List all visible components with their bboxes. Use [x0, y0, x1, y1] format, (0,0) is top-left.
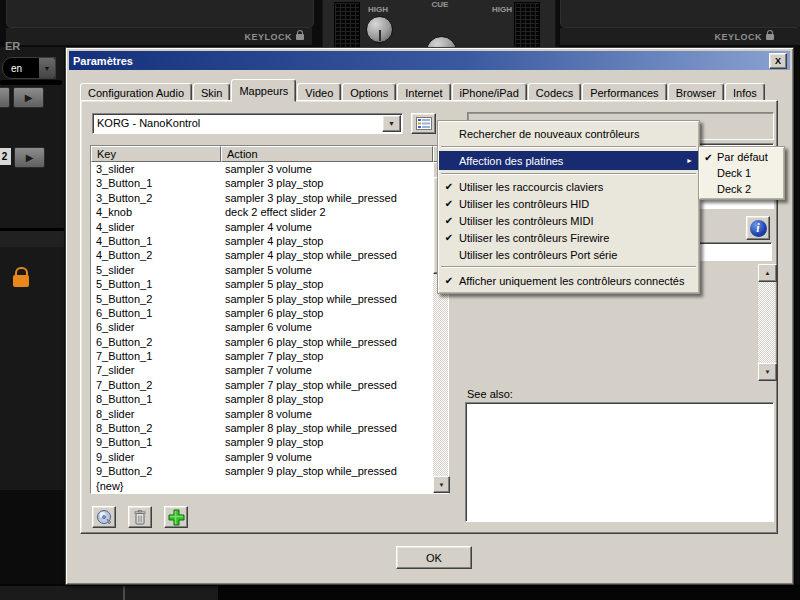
- combo-dropdown-button[interactable]: ▼: [382, 115, 401, 132]
- delete-mapping-button[interactable]: [128, 506, 152, 528]
- scroll-down-button[interactable]: ▼: [758, 363, 777, 381]
- column-header-key[interactable]: Key: [91, 146, 221, 162]
- mapping-row[interactable]: 6_slidersampler 6 volume: [91, 320, 433, 334]
- mapping-row[interactable]: 6_Button_2sampler 6 play_stop while_pres…: [91, 335, 433, 349]
- mapping-row[interactable]: 8_slidersampler 8 volume: [91, 407, 433, 421]
- mapping-action: sampler 8 volume: [225, 407, 433, 421]
- menu-item-affection-des-platines[interactable]: Affection des platines►: [439, 151, 698, 170]
- menu-item-rechercher-de-nouveaux-contr-leurs[interactable]: Rechercher de nouveaux contrôleurs: [439, 124, 698, 143]
- lock-icon[interactable]: [13, 275, 29, 287]
- menu-item-utiliser-les-contr-leurs-firewire[interactable]: ✔Utiliser les contrôleurs Firewire: [439, 229, 698, 246]
- column-header-action[interactable]: Action: [221, 146, 433, 162]
- see-also-listbox[interactable]: [465, 402, 774, 522]
- submenu-item-deck-1[interactable]: Deck 1: [700, 165, 783, 181]
- controller-options-button[interactable]: [411, 113, 436, 134]
- submenu-item-deck-2[interactable]: Deck 2: [700, 181, 783, 197]
- chevron-down-icon: ▼: [39, 58, 55, 78]
- eq-high-left-label: HIGH: [362, 5, 394, 14]
- mapping-row[interactable]: 3_slidersampler 3 volume: [91, 162, 433, 176]
- mapping-row[interactable]: 4_Button_1sampler 4 play_stop: [91, 234, 433, 248]
- mapping-row[interactable]: 7_slidersampler 7 volume: [91, 363, 433, 377]
- sample-select-value: en: [3, 63, 39, 74]
- menu-item-utiliser-les-raccourcis-claviers[interactable]: ✔Utiliser les raccourcis claviers: [439, 178, 698, 195]
- mapping-action: sampler 6 play_stop: [225, 306, 433, 320]
- info-button[interactable]: i: [746, 216, 770, 240]
- mapping-key: 9_Button_1: [91, 435, 225, 449]
- sampler-play-button[interactable]: ▶: [13, 87, 44, 108]
- mapping-row[interactable]: 3_Button_1sampler 3 play_stop: [91, 176, 433, 190]
- controller-select-combobox[interactable]: KORG - NanoKontrol ▼: [92, 113, 403, 134]
- sample-select-dropdown[interactable]: en ▼: [2, 57, 56, 79]
- sampler-play-button-2[interactable]: ▶: [14, 147, 45, 168]
- menu-item-afficher-uniquement-les-contr-leurs-conn[interactable]: ✔Afficher uniquement les contrôleurs con…: [439, 271, 698, 290]
- mapping-action: sampler 8 play_stop while_pressed: [225, 421, 433, 435]
- mapping-action: sampler 6 play_stop while_pressed: [225, 335, 433, 349]
- mapping-row[interactable]: 5_slidersampler 5 volume: [91, 263, 433, 277]
- mapping-key: 4_slider: [91, 220, 225, 234]
- help-scrollbar[interactable]: ▲ ▼: [758, 264, 775, 381]
- menu-item-label: Utiliser les contrôleurs MIDI: [459, 215, 696, 227]
- eq-high-left-knob[interactable]: [366, 16, 393, 43]
- sampler-rec-button[interactable]: [0, 87, 10, 108]
- save-mapping-button[interactable]: [92, 506, 116, 528]
- mapping-row[interactable]: 5_Button_1sampler 5 play_stop: [91, 277, 433, 291]
- menu-item-utiliser-les-contr-leurs-port-s-rie[interactable]: Utiliser les contrôleurs Port série: [439, 246, 698, 263]
- play-icon: ▶: [26, 152, 34, 163]
- mapping-row[interactable]: 8_Button_1sampler 8 play_stop: [91, 392, 433, 406]
- mapping-row[interactable]: 8_Button_2sampler 8 play_stop while_pres…: [91, 421, 433, 435]
- mapping-action: sampler 9 volume: [225, 450, 433, 464]
- close-button[interactable]: X: [769, 53, 787, 69]
- menu-item-utiliser-les-contr-leurs-hid[interactable]: ✔Utiliser les contrôleurs HID: [439, 195, 698, 212]
- add-mapping-button[interactable]: [164, 506, 188, 528]
- submenu-item-par-d-faut[interactable]: ✔Par défaut: [700, 149, 783, 165]
- mapping-row[interactable]: {new}: [91, 479, 433, 493]
- mapping-row[interactable]: 6_Button_1sampler 6 play_stop: [91, 306, 433, 320]
- mapping-row[interactable]: 7_Button_2sampler 7 play_stop while_pres…: [91, 378, 433, 392]
- scroll-up-button[interactable]: ▲: [758, 264, 777, 282]
- menu-item-utiliser-les-contr-leurs-midi[interactable]: ✔Utiliser les contrôleurs MIDI: [439, 212, 698, 229]
- mapping-action: sampler 3 volume: [225, 162, 433, 176]
- menu-item-label: Utiliser les contrôleurs Firewire: [459, 232, 696, 244]
- check-icon: ✔: [439, 232, 459, 243]
- keylock-right-label: KEYLOCK: [714, 32, 762, 42]
- mapping-table-header: Key Action: [91, 146, 448, 162]
- mapping-key: 3_Button_2: [91, 191, 225, 205]
- mapping-row[interactable]: 7_Button_1sampler 7 play_stop: [91, 349, 433, 363]
- see-also-label: See also:: [467, 388, 513, 400]
- menu-separator: [441, 266, 696, 268]
- mapping-row[interactable]: 9_Button_2sampler 9 play_stop while_pres…: [91, 464, 433, 478]
- dialog-titlebar[interactable]: Paramètres X: [69, 51, 790, 70]
- keylock-left-label: KEYLOCK: [244, 32, 292, 42]
- sample-number-badge: 2: [0, 148, 11, 165]
- menu-item-label: Rechercher de nouveaux contrôleurs: [459, 128, 696, 140]
- ok-button[interactable]: OK: [396, 546, 472, 569]
- mapping-row[interactable]: 9_Button_1sampler 9 play_stop: [91, 435, 433, 449]
- check-icon: ✔: [439, 181, 459, 192]
- deck-assignment-submenu: ✔Par défautDeck 1Deck 2: [698, 146, 785, 200]
- mapping-key: 3_Button_1: [91, 176, 225, 190]
- mapping-row[interactable]: 3_Button_2sampler 3 play_stop while_pres…: [91, 191, 433, 205]
- controllers-context-menu: Rechercher de nouveaux contrôleursAffect…: [437, 120, 700, 294]
- tab-mappeurs[interactable]: Mappeurs: [231, 79, 296, 102]
- mapping-key: 4_Button_2: [91, 248, 225, 262]
- arrow-up-icon: ▲: [765, 270, 771, 276]
- mapping-key: 8_slider: [91, 407, 225, 421]
- mapping-action: sampler 7 volume: [225, 363, 433, 377]
- mapping-row[interactable]: 4_knobdeck 2 effect slider 2: [91, 205, 433, 219]
- divider: [123, 586, 125, 600]
- mapping-action: sampler 7 play_stop: [225, 349, 433, 363]
- mapping-key: 6_Button_1: [91, 306, 225, 320]
- menu-item-label: Utiliser les contrôleurs HID: [459, 198, 696, 210]
- mapping-action: sampler 9 play_stop while_pressed: [225, 464, 433, 478]
- keylock-left-button[interactable]: KEYLOCK: [6, 28, 312, 45]
- menu-item-label: Utiliser les raccourcis claviers: [459, 181, 696, 193]
- mapping-action: [225, 479, 433, 493]
- tab-bar: Configuration AudioSkinMappeursVideoOpti…: [80, 81, 783, 102]
- mapping-row[interactable]: 4_slidersampler 4 volume: [91, 220, 433, 234]
- mapping-row[interactable]: 9_slidersampler 9 volume: [91, 450, 433, 464]
- keylock-right-button[interactable]: KEYLOCK: [560, 28, 800, 45]
- controller-select-value: KORG - NanoKontrol: [93, 114, 402, 133]
- scroll-down-button[interactable]: ▼: [433, 476, 450, 493]
- mapping-row[interactable]: 5_Button_2sampler 5 play_stop while_pres…: [91, 292, 433, 306]
- mapping-row[interactable]: 4_Button_2sampler 4 play_stop while_pres…: [91, 248, 433, 262]
